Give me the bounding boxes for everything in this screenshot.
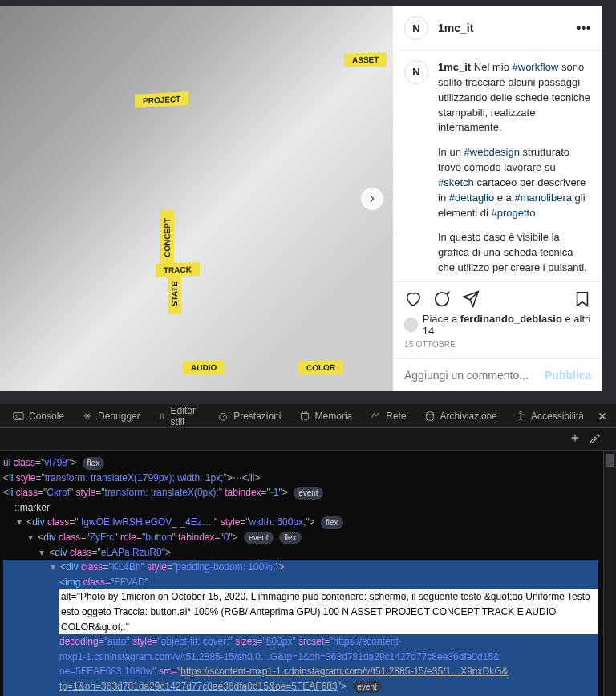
memory-icon <box>299 411 310 422</box>
author-username[interactable]: 1mc_it <box>438 22 473 34</box>
tab-debugger[interactable]: Debugger <box>74 404 148 427</box>
eyedropper-button[interactable] <box>589 432 600 446</box>
photo-label-asset: ASSET <box>344 53 387 67</box>
tab-storage[interactable]: Archiviazione <box>416 404 505 427</box>
comment-row: Pubblica <box>393 358 602 391</box>
post-header: N 1mc_it ••• <box>393 6 602 51</box>
caption-username[interactable]: 1mc_it <box>438 61 471 73</box>
comment-input[interactable] <box>404 369 545 382</box>
save-icon[interactable] <box>573 290 591 308</box>
author-avatar[interactable]: N <box>404 16 428 40</box>
devtools-panel: Console Debugger Editor stili Prestazion… <box>0 404 616 696</box>
caption-block: N 1mc_it Nel mio #workflow sono solito t… <box>393 51 602 281</box>
post-date: 15 OTTOBRE <box>404 338 591 354</box>
actions-bar: Piace a ferdinando_deblasio e altri 14 1… <box>393 281 602 358</box>
post-sidebar: N 1mc_it ••• N 1mc_it Nel mio #workflow … <box>393 6 602 391</box>
more-options-button[interactable]: ••• <box>577 22 591 34</box>
svg-point-3 <box>426 411 433 415</box>
publish-button[interactable]: Pubblica <box>545 369 591 382</box>
hashtag-link[interactable]: #progetto <box>491 207 535 219</box>
chevron-right-icon <box>367 193 378 204</box>
scrollbar-thumb[interactable] <box>606 454 614 467</box>
debugger-icon <box>82 411 93 422</box>
like-icon[interactable] <box>404 290 422 308</box>
plus-icon <box>569 432 581 443</box>
tab-style-editor[interactable]: Editor stili <box>150 404 208 427</box>
instagram-post-panel: ASSET PROJECT CONCEPT TRACK STATE AUDIO … <box>0 0 616 404</box>
tab-console[interactable]: Console <box>5 404 72 427</box>
caption-avatar[interactable]: N <box>404 60 428 84</box>
tab-memory[interactable]: Memoria <box>291 404 361 427</box>
close-icon <box>597 411 608 422</box>
devtools-subtoolbar <box>0 428 616 451</box>
photo-label-concept: CONCEPT <box>160 210 174 265</box>
comment-icon[interactable] <box>433 290 451 308</box>
add-rule-button[interactable] <box>569 432 581 446</box>
action-row <box>404 287 591 311</box>
likes-line[interactable]: Piace a ferdinando_deblasio e altri 14 <box>404 311 591 338</box>
caption-text: 1mc_it Nel mio #workflow sono solito tra… <box>438 60 591 272</box>
post-image-area: ASSET PROJECT CONCEPT TRACK STATE AUDIO … <box>0 6 393 391</box>
network-icon <box>370 411 381 422</box>
hashtag-link[interactable]: #webdesign <box>464 146 520 158</box>
photo-label-color: COLOR <box>298 361 343 375</box>
storage-icon <box>424 411 436 422</box>
hashtag-link[interactable]: #sketch <box>438 176 474 188</box>
tab-accessibility[interactable]: Accessibilità <box>507 404 592 427</box>
inspector-markup-view[interactable]: ul class="vi798"> flex <li style="transf… <box>0 451 602 696</box>
svg-rect-2 <box>301 413 308 419</box>
eyedropper-icon <box>589 432 600 443</box>
photo-label-state: STATE <box>168 273 181 315</box>
post-photo: ASSET PROJECT CONCEPT TRACK STATE AUDIO … <box>0 6 393 391</box>
share-icon[interactable] <box>462 290 480 308</box>
avatar-letter: N <box>412 65 419 80</box>
vertical-scrollbar[interactable] <box>603 451 616 696</box>
style-icon <box>158 411 166 422</box>
photo-label-audio: AUDIO <box>183 361 225 375</box>
devtools-tabs: Console Debugger Editor stili Prestazion… <box>0 404 616 428</box>
a11y-icon <box>515 411 526 422</box>
photo-label-project: PROJECT <box>135 91 188 108</box>
tab-network[interactable]: Rete <box>362 404 414 427</box>
avatar-letter: N <box>412 22 419 34</box>
console-icon <box>13 411 24 422</box>
liker-avatar <box>404 318 418 332</box>
tab-performance[interactable]: Prestazioni <box>209 404 289 427</box>
perf-icon <box>217 411 229 422</box>
carousel-next-button[interactable] <box>361 188 383 210</box>
tab-close[interactable] <box>594 404 611 427</box>
hashtag-link[interactable]: #workflow <box>513 61 559 73</box>
svg-point-4 <box>520 411 522 414</box>
svg-point-1 <box>220 413 227 420</box>
hashtag-link[interactable]: #manolibera <box>514 192 572 204</box>
hashtag-link[interactable]: #dettaglio <box>449 192 494 204</box>
